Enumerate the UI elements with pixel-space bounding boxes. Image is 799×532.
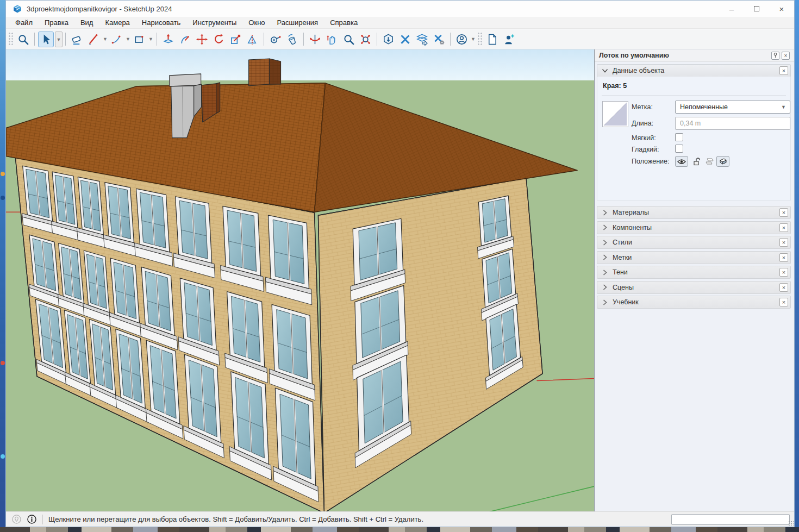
freehand-line-tool-dropdown[interactable]: ▼ [102,36,108,42]
tag-dropdown[interactable]: Непомеченные ▼ [675,101,790,114]
tray-section-label: Стили [613,239,632,246]
move-tool-icon [196,33,208,46]
toolbar-grip[interactable] [8,32,14,46]
move-tool-button[interactable] [194,32,210,47]
menubar: ФайлПравкаВидКамераНарисоватьИнструменты… [6,17,794,29]
account-button[interactable] [454,32,470,47]
menu-2[interactable]: Правка [39,17,74,28]
entity-info-panel: Данные объекта × [597,64,791,77]
info-icon[interactable] [27,515,36,524]
length-input[interactable] [675,117,790,130]
arc-tool-button[interactable] [109,32,124,47]
orbit-tool-button[interactable] [307,32,323,47]
entity-info-header[interactable]: Данные объекта × [597,64,791,77]
sheets-icon [706,158,714,165]
soft-field-label: Мягкий: [632,134,656,142]
tray-section-close-button[interactable]: × [779,223,788,232]
select-tool-dropdown[interactable]: ▼ [55,32,63,47]
tray-section-7[interactable]: Учебник× [597,296,791,309]
menu-9[interactable]: Справка [324,17,364,28]
maximize-icon [754,6,759,11]
freehand-line-tool-button[interactable] [86,32,102,47]
tray-section-label: Компоненты [613,224,652,231]
account-dropdown[interactable]: ▼ [470,36,476,42]
tray-pin-button[interactable] [771,52,779,60]
menu-5[interactable]: Нарисовать [136,17,186,28]
pin-icon [772,52,778,58]
select-tool-button[interactable] [38,32,54,47]
toolbar-separator [65,33,66,46]
scale-tool-button[interactable] [228,32,244,47]
select-tool-icon [40,33,52,46]
menu-4[interactable]: Камера [99,17,135,28]
extension-manager-button[interactable] [431,32,447,47]
tray-section-1[interactable]: Материалы× [597,206,791,219]
cast-shadows-button[interactable] [704,156,715,167]
freehand-line-tool-icon [88,33,100,46]
entity-info-body: Края: 5 Метка: Длина: Мягкий: Гладкий: П… [597,77,791,201]
zoom-tool-button[interactable] [15,32,31,47]
offset-tool-button[interactable] [177,32,193,47]
receive-shadows-button[interactable] [716,156,729,167]
arc-tool-dropdown[interactable]: ▼ [125,36,131,42]
eraser-tool-button[interactable] [69,32,85,47]
desktop-icon [1,361,5,365]
measurements-input[interactable] [671,514,790,525]
paint-bucket-tool-button[interactable] [284,32,300,47]
smooth-field-label: Гладкий: [632,146,659,153]
soft-checkbox[interactable] [675,133,683,141]
tray-sections: Материалы×Компоненты×Стили×Метки×Тени×Сц… [597,206,791,311]
pan-tool-icon [326,33,338,46]
smooth-checkbox[interactable] [675,145,683,153]
tray-section-close-button[interactable]: × [779,253,788,262]
flip-tool-button[interactable] [245,32,260,47]
tray-section-2[interactable]: Компоненты× [597,221,791,234]
rectangle-tool-button[interactable] [132,32,147,47]
zoom-camera-tool-button[interactable] [341,32,357,47]
add-location-button[interactable] [501,32,517,47]
zoom-extents-tool-button[interactable] [358,32,373,47]
tray-section-4[interactable]: Метки× [597,251,791,264]
rectangle-tool-dropdown[interactable]: ▼ [148,36,154,42]
3d-viewport[interactable] [6,49,595,511]
tray-section-6[interactable]: Сцены× [597,281,791,294]
new-document-button[interactable] [484,32,500,47]
toolbar-grip[interactable] [477,32,483,46]
position-field-label: Положение: [632,158,670,165]
pan-tool-button[interactable] [324,32,340,47]
3d-warehouse-button[interactable] [380,32,396,47]
send-to-layout-button[interactable] [414,32,430,47]
menu-3[interactable]: Вид [74,17,99,28]
zoom-extents-tool-icon [359,33,372,46]
menu-6[interactable]: Инструменты [186,17,242,28]
tray-section-label: Метки [613,254,632,261]
arc-tool-icon [110,33,123,46]
tray-section-close-button[interactable]: × [779,268,788,277]
menu-7[interactable]: Окно [242,17,271,28]
tray-section-close-button[interactable]: × [779,298,788,306]
extension-warehouse-icon [399,33,411,46]
push-pull-tool-button[interactable] [160,32,176,47]
minimize-button[interactable]: – [719,1,744,17]
tray-section-close-button[interactable]: × [779,208,788,217]
tray-section-5[interactable]: Тени× [597,266,791,279]
tray-section-3[interactable]: Стили× [597,236,791,249]
tray-section-close-button[interactable]: × [779,238,788,247]
extension-warehouse-button[interactable] [397,32,413,47]
toggle-hidden-button[interactable] [675,156,688,167]
resize-grip[interactable] [788,521,794,526]
zoom-tool-icon [17,33,29,46]
desktop-right-strip [795,0,799,532]
chevron-right-icon [602,299,608,305]
tray-titlebar: Лоток по умолчанию × [595,49,794,62]
tape-measure-tool-button[interactable] [267,32,283,47]
menu-1[interactable]: Файл [9,17,39,28]
tray-section-close-button[interactable]: × [779,283,788,292]
toggle-locked-button[interactable] [691,156,702,167]
rotate-tool-button[interactable] [211,32,227,47]
menu-8[interactable]: Расширения [271,17,324,28]
entity-info-close-button[interactable]: × [779,66,788,75]
tray-close-button[interactable]: × [782,52,790,60]
maximize-button[interactable] [744,1,769,17]
close-button[interactable]: × [769,1,794,17]
